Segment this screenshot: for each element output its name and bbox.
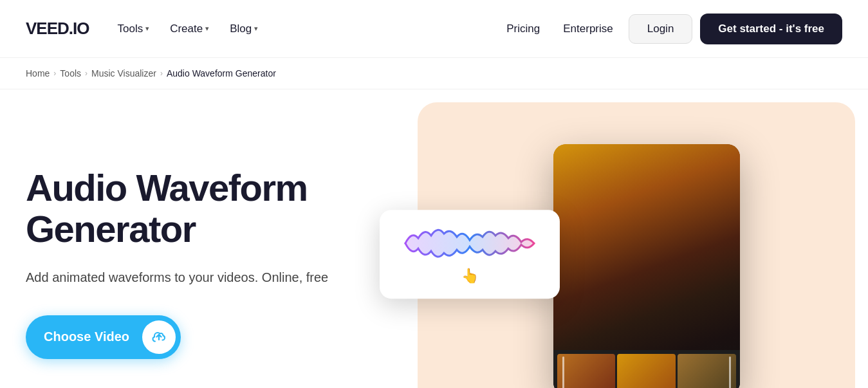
choose-video-label: Choose Video [44,329,129,344]
timeline-thumb-2 [617,354,676,388]
timeline-thumb-3 [678,354,736,388]
timeline-thumb-1 [557,354,616,388]
timeline-marker-right [729,356,731,388]
nav-blog[interactable]: Blog ▾ [222,17,266,41]
breadcrumb-music-visualizer[interactable]: Music Visualizer [91,68,156,79]
get-started-button[interactable]: Get started - it's free [700,14,842,44]
navbar: VEED.IO Tools ▾ Create ▾ Blog ▾ Pricing … [0,0,868,58]
nav-pricing[interactable]: Pricing [499,17,548,41]
timeline-marker-left [562,356,564,388]
chevron-down-icon: ▾ [254,24,258,33]
breadcrumb-sep-1: › [53,69,56,78]
nav-blog-label: Blog [230,23,252,35]
breadcrumb-sep-3: › [160,69,163,78]
video-image [553,144,740,388]
nav-create-label: Create [170,23,203,35]
breadcrumb-sep-2: › [85,69,88,78]
nav-right: Pricing Enterprise Login Get started - i… [499,14,842,44]
nav-tools-label: Tools [117,23,143,35]
hero-left: Audio Waveform Generator Add animated wa… [26,167,386,359]
chevron-down-icon: ▾ [205,24,209,33]
timeline-strip [553,350,740,388]
breadcrumb: Home › Tools › Music Visualizer › Audio … [0,58,868,89]
breadcrumb-current: Audio Waveform Generator [167,68,276,79]
nav-create[interactable]: Create ▾ [162,17,217,41]
waveform-card: 👆 [380,210,560,299]
hero-section: Audio Waveform Generator Add animated wa… [0,89,868,388]
upload-icon [142,320,176,354]
cursor-icon: 👆 [461,268,479,284]
video-mockup [553,144,740,388]
breadcrumb-home[interactable]: Home [26,68,50,79]
nav-enterprise[interactable]: Enterprise [555,17,620,41]
chevron-down-icon: ▾ [145,24,149,33]
hero-title: Audio Waveform Generator [26,167,360,250]
hero-description: Add animated waveforms to your videos. O… [26,268,360,287]
login-button[interactable]: Login [629,14,693,44]
logo[interactable]: VEED.IO [26,19,89,39]
nav-tools[interactable]: Tools ▾ [109,17,157,41]
waveform-svg [399,224,540,263]
breadcrumb-tools[interactable]: Tools [60,68,81,79]
hero-right: 👆 [386,128,842,388]
choose-video-button[interactable]: Choose Video [26,315,181,359]
nav-left: Tools ▾ Create ▾ Blog ▾ [109,17,266,41]
